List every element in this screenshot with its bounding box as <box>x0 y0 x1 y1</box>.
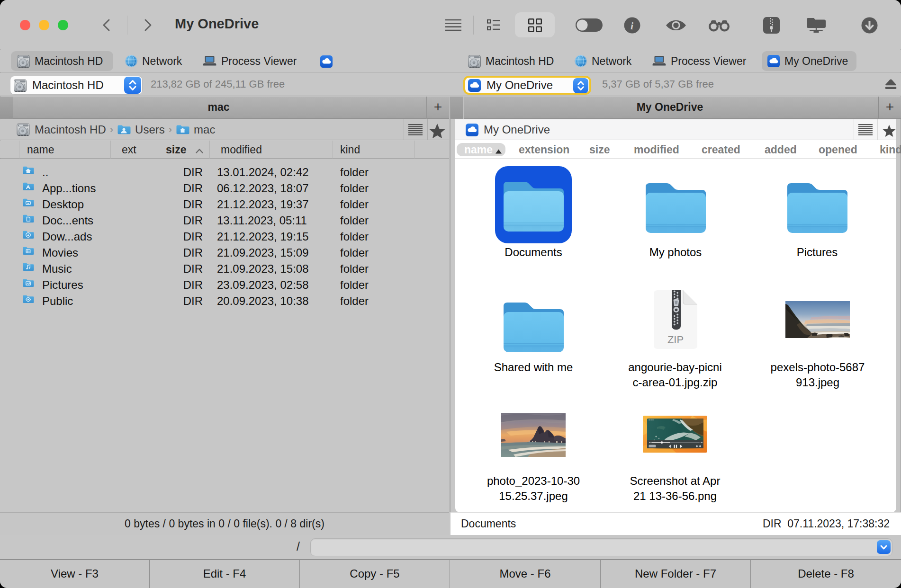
svg-text:ZIP: ZIP <box>667 334 684 346</box>
svg-text:i: i <box>631 20 634 32</box>
